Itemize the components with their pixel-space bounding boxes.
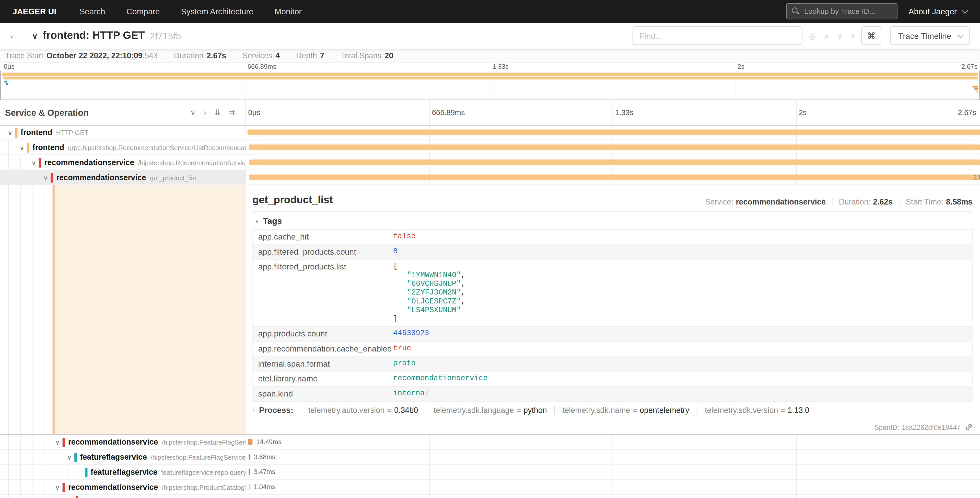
focus-match-icon[interactable]: ◎ (809, 32, 816, 40)
span-rows-region: ∨ frontend HTTP GET ∨ frontend grpc.hips… (0, 125, 980, 498)
chevron-down-icon[interactable]: ∨ (52, 484, 63, 491)
minimap-span-band (3, 77, 978, 80)
minimap-span-mark (973, 86, 978, 88)
duration-summary: Duration2.67s (174, 51, 226, 59)
service-color-strip (76, 496, 78, 498)
span-name-cell[interactable]: ∨ featureflagservice /hipstershop.Featur… (0, 450, 245, 465)
minimap-span-band (2, 73, 978, 77)
expand-all-icon[interactable]: ⇉ (229, 109, 235, 117)
span-name-cell[interactable]: ∨ recommendationservice /hipstershop.Pro… (0, 480, 245, 495)
indent-guide (20, 185, 21, 434)
span-name-cell[interactable]: featureflagservice featureflagservice.re… (0, 465, 245, 480)
deep-link-icon[interactable] (965, 423, 972, 431)
tag-value: internal (393, 389, 429, 398)
about-jaeger-menu[interactable]: About Jaeger (908, 6, 966, 16)
collapse-one-icon[interactable]: ∨ (190, 109, 196, 117)
minimap-span-mark (974, 88, 978, 90)
chevron-down-icon[interactable]: ∨ (64, 454, 74, 461)
nav-item-search[interactable]: Search (69, 6, 116, 16)
chevron-down-icon[interactable]: ∨ (17, 144, 27, 151)
header-gridline (796, 100, 797, 125)
service-operation-title: Service & Operation (5, 100, 89, 125)
trace-lookup-box[interactable] (786, 3, 897, 19)
span-bar[interactable] (249, 454, 250, 460)
span-bar[interactable] (249, 160, 980, 165)
operation-name: /hipstershop.FeatureFlagService… (162, 439, 245, 446)
minimap-tick-4: 2.67s (961, 63, 977, 70)
span-row-recommendation-list: ∨ recommendationservice /hipstershop.Rec… (0, 155, 980, 170)
trace-collapse-chevron-icon[interactable]: ∨ (32, 31, 38, 40)
tag-row: app.recommendation.cache_enabled true (253, 342, 972, 357)
chevron-down-icon[interactable]: ∨ (5, 129, 15, 136)
expand-one-icon[interactable]: › (204, 109, 206, 117)
chevron-down-icon[interactable]: ∨ (52, 439, 63, 445)
span-name-cell[interactable]: ∨ recommendationservice /hipstershop.Fea… (0, 434, 245, 450)
process-kv: telemetry.sdk.version1.13.0 (697, 406, 817, 414)
span-row-clipped (0, 495, 980, 498)
operation-name: /hipstershop.FeatureFlagService/Ge… (151, 453, 246, 461)
span-bar[interactable] (249, 469, 250, 475)
tag-value: proto (393, 359, 416, 368)
prev-match-icon[interactable]: ∧ (823, 32, 829, 40)
nav-item-compare[interactable]: Compare (116, 6, 170, 16)
span-name-cell[interactable]: ∨ frontend grpc.hipstershop.Recommendati… (0, 140, 245, 155)
span-name-cell[interactable] (0, 495, 245, 498)
trace-minimap[interactable] (0, 70, 980, 100)
clear-find-icon[interactable]: × (851, 32, 855, 40)
span-name-cell[interactable]: ∨ recommendationservice /hipstershop.Rec… (0, 155, 245, 170)
service-color-strip (85, 468, 88, 477)
trace-lookup-input[interactable] (803, 6, 892, 16)
next-match-icon[interactable]: ∨ (837, 32, 843, 40)
span-bar[interactable] (248, 129, 980, 135)
indent-guide (20, 495, 21, 498)
span-bar[interactable] (249, 175, 980, 180)
span-duration-label: 3.47ms (254, 468, 275, 475)
brand-jaeger-ui[interactable]: JAEGER UI (0, 6, 69, 16)
process-section-toggle[interactable]: › Process: telemetry.auto.version0.34b0 … (252, 405, 817, 415)
collapse-all-icon[interactable]: ⇊ (214, 109, 221, 117)
depth-summary: Depth7 (296, 51, 325, 59)
service-color-strip (39, 158, 41, 168)
tag-row: span.kind internal (253, 386, 972, 402)
indent-guide (44, 495, 44, 498)
span-row-featureflag-parent: ∨ recommendationservice /hipstershop.Fea… (0, 434, 980, 450)
nav-item-system-architecture[interactable]: System Architecture (170, 6, 264, 16)
find-input[interactable] (633, 26, 802, 45)
span-bar[interactable] (249, 144, 980, 150)
tag-key: span.kind (253, 386, 388, 401)
span-id-value: 1ca2262df0e18447 (902, 423, 961, 431)
span-name-cell[interactable]: ∨ frontend HTTP GET (0, 125, 245, 140)
keyboard-shortcuts-button[interactable]: ⌘ (861, 26, 881, 45)
span-name-cell[interactable]: ∨ recommendationservice get_product_list (0, 170, 245, 185)
chevron-down-icon[interactable]: ∨ (41, 174, 51, 181)
minimap-span-mark (6, 83, 8, 85)
span-row-product-catalog: ∨ recommendationservice /hipstershop.Pro… (0, 480, 980, 495)
trace-view-selector[interactable]: Trace Timeline (890, 26, 970, 45)
span-bar[interactable] (248, 439, 252, 445)
detail-duration: Duration:2.62s (832, 198, 892, 206)
timeline-tick-2: 1.33s (615, 100, 633, 125)
span-id-row: SpanID: 1ca2262df0e18447 (875, 423, 973, 431)
nav-item-monitor[interactable]: Monitor (264, 6, 312, 16)
span-detail-panel: get_product_list Service:recommendations… (246, 185, 980, 434)
tag-value: 8 (393, 247, 398, 255)
search-icon (792, 7, 799, 15)
minimap-tick-3: 2s (738, 63, 745, 70)
chevron-down-icon[interactable]: ∨ (29, 159, 39, 166)
tag-key: app.products.count (253, 326, 388, 341)
tags-section-toggle[interactable]: ∨ Tags (255, 216, 282, 226)
trace-summary-bar: Trace StartOctober 22 2022, 22:10:09.543… (0, 49, 980, 63)
minimap-tick-1: 666.89ms (248, 63, 277, 70)
timeline-tick-4: 2.67s (958, 100, 976, 125)
back-button[interactable]: ← (9, 29, 19, 42)
minimap-tick-0: 0μs (4, 63, 14, 70)
tags-section-label: Tags (263, 216, 282, 226)
operation-name: HTTP GET (56, 129, 88, 136)
service-color-strip (63, 482, 65, 492)
service-color-strip (63, 437, 65, 447)
span-bar[interactable] (249, 484, 250, 490)
services-summary: Services4 (242, 51, 280, 59)
tag-value-list: 1YMWWN1N4O 66VCHSJNUP 2ZYFJ3GM2N OLJCESP… (388, 260, 972, 326)
span-duration-label: 14.49ms (256, 438, 282, 445)
span-row-featureflagservice-repo-query: featureflagservice featureflagservice.re… (0, 465, 980, 480)
